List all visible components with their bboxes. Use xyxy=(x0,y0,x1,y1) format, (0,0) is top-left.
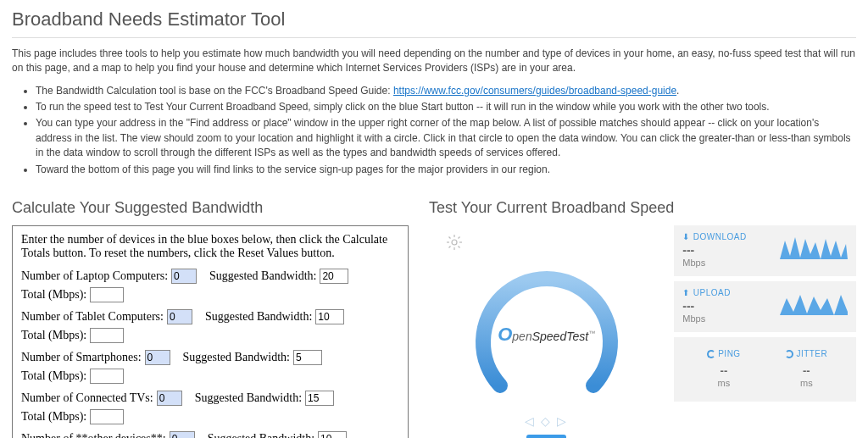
laptop-total-output xyxy=(90,287,124,302)
start-button[interactable]: Start xyxy=(526,435,566,438)
suggested-label: Suggested Bandwidth: xyxy=(195,391,302,405)
suggested-label: Suggested Bandwidth: xyxy=(205,310,312,324)
smartphone-total-output xyxy=(90,369,124,384)
jitter-icon xyxy=(785,350,793,358)
suggested-label: Suggested Bandwidth: xyxy=(209,269,316,283)
divider xyxy=(12,37,856,38)
svg-line-7 xyxy=(449,246,451,247)
calculate-heading: Calculate Your Suggested Bandwidth xyxy=(12,199,409,217)
device-row-other: Number of **other devices**: Suggested B… xyxy=(21,431,399,438)
download-icon: ⬇ xyxy=(682,232,690,241)
ping-value: -- xyxy=(686,364,761,377)
tablet-suggested-input[interactable] xyxy=(315,309,344,324)
total-label: Total (Mbps): xyxy=(21,329,86,342)
calculator-prompt: Enter the number of devices in the blue … xyxy=(21,233,399,260)
device-row-tv: Number of Connected TVs: Suggested Bandw… xyxy=(21,391,399,424)
ping-icon xyxy=(707,350,715,358)
other-count-input[interactable] xyxy=(170,431,195,438)
tablet-total-output xyxy=(90,328,124,343)
download-spark-icon xyxy=(780,234,848,263)
row-label: Number of Laptop Computers: xyxy=(21,269,168,283)
ping-label: PING xyxy=(718,349,740,358)
row-label: Number of Tablet Computers: xyxy=(21,310,164,324)
total-label: Total (Mbps): xyxy=(21,410,86,424)
list-item: The Bandwidth Calculation tool is base o… xyxy=(36,84,856,98)
list-item: Toward the bottom of this page you will … xyxy=(36,163,856,177)
row-label: Number of Smartphones: xyxy=(21,351,142,364)
upload-label: UPLOAD xyxy=(693,288,731,297)
laptop-suggested-input[interactable] xyxy=(320,269,348,284)
svg-line-5 xyxy=(449,236,451,238)
page-title: Broadband Needs Estimator Tool xyxy=(12,8,856,30)
other-suggested-input[interactable] xyxy=(318,431,347,438)
svg-point-0 xyxy=(452,240,457,245)
total-label: Total (Mbps): xyxy=(21,369,86,383)
instructions-list: The Bandwidth Calculation tool is base o… xyxy=(36,84,856,177)
tv-total-output xyxy=(90,409,124,424)
download-label: DOWNLOAD xyxy=(693,232,747,241)
suggested-label: Suggested Bandwidth: xyxy=(183,351,290,364)
device-row-smartphone: Number of Smartphones: Suggested Bandwid… xyxy=(21,350,399,384)
jitter-value: -- xyxy=(769,364,844,377)
laptop-count-input[interactable] xyxy=(171,269,197,284)
row-label: Number of Connected TVs: xyxy=(21,391,153,405)
theme-toggle-icon[interactable] xyxy=(446,234,463,253)
intro-text: This page includes three tools to help y… xyxy=(12,47,856,75)
smartphone-suggested-input[interactable] xyxy=(293,350,322,365)
device-row-tablet: Number of Tablet Computers: Suggested Ba… xyxy=(21,309,399,343)
download-card: ⬇DOWNLOAD --- Mbps xyxy=(674,225,856,276)
device-row-laptop: Number of Laptop Computers: Suggested Ba… xyxy=(21,269,399,302)
speed-gauge: OpenSpeedTest™ xyxy=(470,258,623,411)
jitter-unit: ms xyxy=(769,378,844,388)
jitter-label: JITTER xyxy=(796,349,827,358)
upload-icon: ⬆ xyxy=(682,288,690,297)
bullet-text: . xyxy=(676,85,679,97)
list-item: You can type your address in the "Find a… xyxy=(36,116,856,160)
speedtest-brand: OpenSpeedTest™ xyxy=(498,324,595,346)
calculator-panel: Enter the number of devices in the blue … xyxy=(12,225,409,438)
row-label: Number of **other devices**: xyxy=(21,432,166,438)
upload-spark-icon xyxy=(780,290,848,319)
suggested-label: Suggested Bandwidth: xyxy=(208,432,314,438)
svg-line-8 xyxy=(459,236,460,238)
fcc-guide-link[interactable]: https://www.fcc.gov/consumers/guides/bro… xyxy=(393,85,676,97)
tv-suggested-input[interactable] xyxy=(305,391,334,406)
list-item: To run the speed test to Test Your Curre… xyxy=(36,100,856,114)
total-label: Total (Mbps): xyxy=(21,288,86,302)
smartphone-count-input[interactable] xyxy=(145,350,170,365)
gauge-arrows-icon: ◁ ◇ ▷ xyxy=(525,414,568,428)
bullet-text: The Bandwidth Calculation tool is base o… xyxy=(36,85,393,97)
ping-unit: ms xyxy=(686,378,761,388)
ping-jitter-card: PING -- ms JITTER -- ms xyxy=(674,337,856,402)
tv-count-input[interactable] xyxy=(157,391,182,406)
upload-card: ⬆UPLOAD --- Mbps xyxy=(674,281,856,332)
speedtest-heading: Test Your Current Broadband Speed xyxy=(429,199,856,217)
tablet-count-input[interactable] xyxy=(167,309,192,324)
svg-line-6 xyxy=(459,246,460,247)
